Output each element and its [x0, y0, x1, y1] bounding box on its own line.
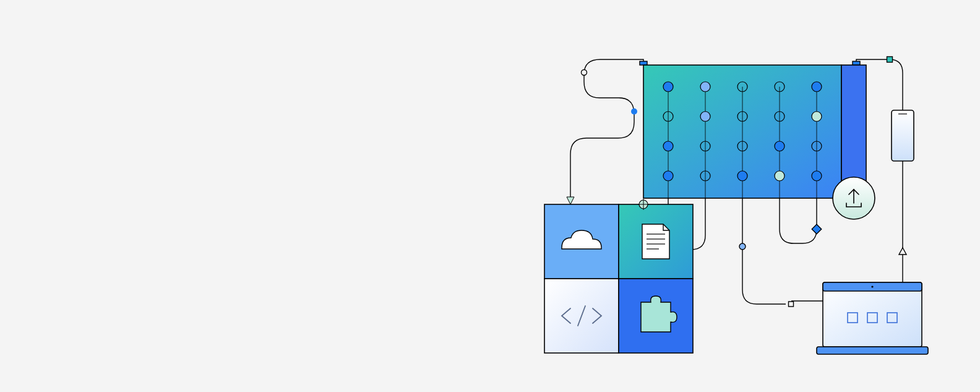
- svg-point-0: [582, 70, 587, 76]
- upload-circle: [833, 177, 875, 219]
- svg-point-28: [775, 141, 784, 151]
- grid-panel: [640, 61, 866, 198]
- svg-point-32: [737, 171, 747, 181]
- svg-point-21: [700, 111, 710, 121]
- svg-point-34: [812, 171, 822, 181]
- diagram-svg: [0, 0, 980, 392]
- svg-point-33: [775, 171, 784, 181]
- svg-rect-51: [823, 282, 922, 347]
- svg-point-16: [700, 82, 710, 92]
- svg-rect-6: [640, 61, 647, 65]
- svg-rect-7: [853, 61, 860, 65]
- svg-point-53: [871, 285, 873, 287]
- svg-rect-5: [812, 224, 822, 234]
- phone-device: [892, 110, 914, 161]
- svg-rect-54: [817, 347, 928, 354]
- svg-point-25: [663, 141, 673, 151]
- svg-rect-2: [887, 57, 893, 63]
- document-icon: [642, 224, 669, 259]
- architecture-diagram: [0, 0, 980, 392]
- laptop-device: [817, 282, 928, 354]
- svg-point-3: [739, 243, 746, 250]
- svg-point-19: [812, 82, 822, 92]
- svg-point-30: [663, 171, 673, 181]
- quad-panel: [544, 199, 693, 353]
- svg-rect-49: [892, 110, 914, 161]
- svg-rect-4: [789, 302, 794, 307]
- svg-point-15: [663, 82, 673, 92]
- svg-point-1: [631, 108, 637, 115]
- svg-point-24: [812, 111, 822, 121]
